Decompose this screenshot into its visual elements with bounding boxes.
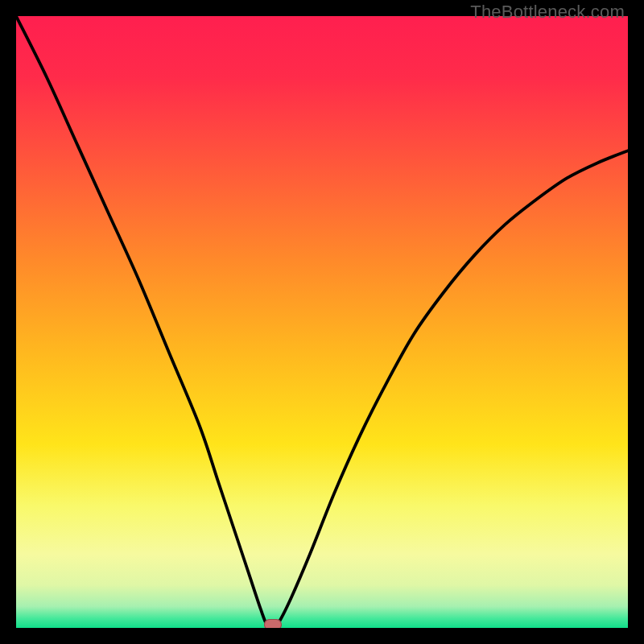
chart-frame: TheBottleneck.com [0, 0, 644, 644]
optimal-point-marker [264, 619, 282, 628]
watermark-text: TheBottleneck.com [470, 2, 625, 23]
plot-area [16, 16, 628, 628]
bottleneck-curve [16, 16, 628, 628]
